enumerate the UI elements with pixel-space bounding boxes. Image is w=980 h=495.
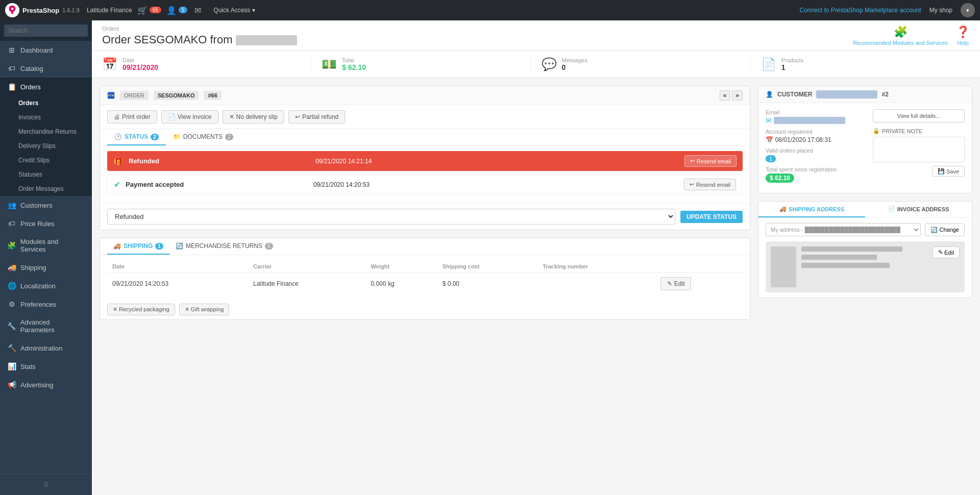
address-card: 🚚 SHIPPING ADDRESS 📄 INVOICE ADDRESS My … [758,201,972,298]
brand-name: PrestaShop [22,7,59,14]
accepted-label: Payment accepted [126,181,308,188]
sidebar-label-preferences: Preferences [20,301,56,308]
orders-icon-nav[interactable]: 🛒 65 [137,6,161,15]
update-status-button[interactable]: UPDATE STATUS [680,211,743,223]
sidebar-item-modules[interactable]: 🧩 Modules and Services [0,233,92,258]
valid-orders-count: 1 [766,155,776,162]
customer-info: Email ✉ Account registered 📅 08/01/2020 … [766,109,868,187]
printer-icon: 🖨 [114,113,120,120]
account-registered-label: Account registered [766,129,868,135]
total-label: Total [342,57,366,63]
address-select[interactable]: My address - ████████████████████████ [766,223,921,236]
sidebar-item-customers[interactable]: 👥 Customers [0,196,92,214]
sidebar-item-preferences[interactable]: ⚙ Preferences [0,295,92,313]
view-invoice-button[interactable]: 📄 View invoice [161,110,218,123]
preferences-icon: ⚙ [7,300,16,308]
prev-prev-button[interactable]: « [720,90,730,101]
view-full-details-button[interactable]: View full details... [873,109,965,122]
main-layout: ⊞ Dashboard 🏷 Catalog 📋 Orders Orders In… [0,20,980,495]
save-note-button[interactable]: 💾 Save [932,166,965,177]
recommended-modules-link[interactable]: 🧩 Recommended Modules and Services [853,26,948,46]
sidebar-item-statuses[interactable]: Statuses [0,167,92,182]
advanced-icon: 🔧 [7,322,16,330]
valid-orders-row: Valid orders placed 1 [766,147,868,162]
shipping-table-wrapper: Date Carrier Weight Shipping cost Tracki… [100,260,750,294]
quick-access-menu[interactable]: Quick Access ▾ [213,7,255,14]
print-order-button[interactable]: 🖨 Print order [107,110,157,123]
top-nav-right: Connect to PrestaShop Marketplace accoun… [800,3,975,17]
tab-shipping-address[interactable]: 🚚 SHIPPING ADDRESS [758,202,865,217]
sidebar-item-orders[interactable]: 📋 Orders [0,78,92,96]
sidebar-label-advanced: Advanced Parameters [20,318,85,334]
tab-merch-returns[interactable]: 🔄 MERCHANDISE RETURNS 0 [169,238,279,255]
svg-point-0 [11,8,14,10]
refunded-icon: 🎁 [113,156,124,166]
customer-id: #2 [881,91,888,98]
connect-marketplace-link[interactable]: Connect to PrestaShop Marketplace accoun… [800,7,921,14]
merch-count: 0 [265,243,273,250]
puzzle-icon: 🧩 [894,26,908,39]
stats-bar: 📅 Date 09/21/2020 💵 Total $ 62.10 💬 Mess… [92,51,980,78]
sidebar-item-shipping[interactable]: 🚚 Shipping [0,258,92,277]
ship-edit-button[interactable]: ✎ Edit [660,277,692,290]
shipping-card: 🚚 SHIPPING 1 🔄 MERCHANDISE RETURNS 0 [100,238,750,320]
ship-tracking [537,273,655,295]
sidebar-collapse-button[interactable]: ≡ [0,474,92,495]
tab-status[interactable]: 🕐 STATUS 2 [107,129,166,145]
sidebar-item-credit-slips[interactable]: Credit Slips [0,153,92,167]
help-label: Help [957,40,969,46]
shop-name: Latitude Finance [87,7,132,14]
change-address-button[interactable]: 🔄 Change [925,224,965,236]
order-card-header: 🏧 ORDER SESGOMAKO #66 « » [100,86,750,105]
sidebar-item-catalog[interactable]: 🏷 Catalog [0,59,92,78]
sidebar-item-advertising[interactable]: 📢 Advertising [0,376,92,394]
recycled-packaging-button[interactable]: ✕ Recycled packaging [107,304,175,315]
sidebar-item-merchandise-returns[interactable]: Merchandise Returns [0,125,92,139]
sidebar-item-order-messages[interactable]: Order Messages [0,182,92,196]
sidebar-item-localization[interactable]: 🌐 Localization [0,277,92,295]
tab-documents[interactable]: 📁 DOCUMENTS 2 [166,129,240,145]
sidebar-item-orders-list[interactable]: Orders [0,96,92,110]
help-link[interactable]: ❓ Help [956,26,970,46]
search-input[interactable] [4,24,88,37]
user-avatar[interactable]: ▾ [961,3,975,17]
total-icon: 💵 [322,57,337,71]
gift-wrapping-button[interactable]: ✕ Gift wrapping [179,304,230,315]
price-rules-icon: 🏷 [7,219,16,228]
shipping-table: Date Carrier Weight Shipping cost Tracki… [107,260,743,294]
edit-address-button[interactable]: ✎ Edit [933,246,960,258]
save-icon: 💾 [938,168,945,175]
help-icon: ❓ [956,26,970,39]
sidebar-item-price-rules[interactable]: 🏷 Price Rules [0,214,92,233]
document-icon: 📄 [168,113,176,120]
refunded-date: 09/21/2020 14:21:14 [315,158,679,165]
content-area: Orders Order SESGOMAKO from 🧩 Recommende… [92,20,980,495]
messages-icon[interactable]: ✉ [192,6,203,15]
sidebar-item-delivery-slips[interactable]: Delivery Slips [0,139,92,153]
pencil-addr-icon: ✎ [938,249,943,256]
sidebar-item-dashboard[interactable]: ⊞ Dashboard [0,41,92,59]
resend-email-refunded-button[interactable]: ↩ Resend email [684,155,737,167]
status-row-accepted: ✔ Payment accepted 09/21/2020 14:20:53 ↩… [107,174,743,195]
refresh-icon: 🔄 [930,227,938,233]
resend-email-accepted-button[interactable]: ↩ Resend email [684,179,736,190]
tab-shipping[interactable]: 🚚 SHIPPING 1 [107,238,169,255]
tab-invoice-address[interactable]: 📄 INVOICE ADDRESS [865,202,972,217]
advertising-icon: 📢 [7,381,16,389]
customers-icon-nav[interactable]: 👤 5 [166,6,188,15]
sidebar-item-advanced[interactable]: 🔧 Advanced Parameters [0,313,92,339]
next-next-button[interactable]: » [732,90,743,101]
address-select-row: My address - ████████████████████████ 🔄 … [758,218,972,241]
no-delivery-slip-button[interactable]: ✕ No delivery slip [223,110,284,123]
col-date: Date [107,260,248,273]
customer-header-label: CUSTOMER [777,91,812,98]
sidebar-item-administration[interactable]: 🔨 Administration [0,339,92,357]
private-note-textarea[interactable] [873,137,965,162]
my-shop-link[interactable]: My shop [929,7,952,14]
shipping-tab-icon: 🚚 [113,242,121,250]
sidebar-label-stats: Stats [20,363,36,370]
status-select[interactable]: Refunded [107,209,675,225]
partial-refund-button[interactable]: ↩ Partial refund [288,110,345,123]
sidebar-item-invoices[interactable]: Invoices [0,110,92,125]
sidebar-item-stats[interactable]: 📊 Stats [0,357,92,376]
